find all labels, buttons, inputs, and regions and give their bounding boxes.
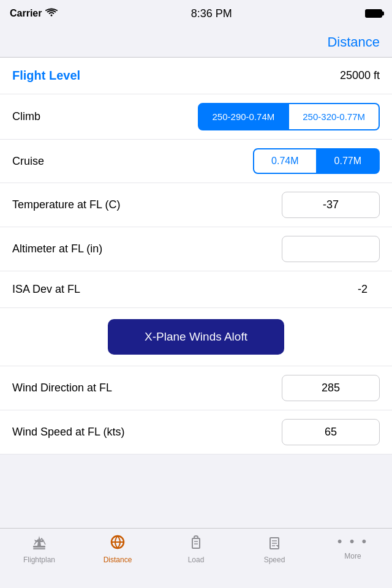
tab-distance-label: Distance	[104, 556, 132, 564]
climb-option-0[interactable]: 250-290-0.74M	[198, 103, 290, 130]
temperature-label: Temperature at FL (C)	[12, 198, 282, 211]
tab-flightplan[interactable]: Flightplan	[0, 533, 78, 564]
battery-icon	[365, 9, 382, 18]
tab-more[interactable]: • • • More	[314, 533, 392, 560]
wind-direction-label: Wind Direction at FL	[12, 382, 282, 394]
isa-dev-row: ISA Dev at FL -2	[0, 271, 392, 308]
wind-direction-input[interactable]	[282, 375, 380, 401]
distance-icon	[108, 533, 127, 553]
cruise-option-1[interactable]: 0.77M	[317, 148, 380, 174]
altimeter-label: Altimeter at FL (in)	[12, 243, 282, 255]
tab-speed-label: Speed	[264, 556, 285, 564]
isa-dev-value: -2	[358, 283, 380, 296]
wifi-icon	[45, 8, 58, 19]
cruise-row: Cruise 0.74M 0.77M	[0, 140, 392, 183]
main-content: Flight Level 25000 ft Climb 250-290-0.74…	[0, 58, 392, 454]
more-dots-icon: • • •	[337, 533, 368, 549]
nav-header: Distance	[0, 27, 392, 58]
tab-load-label: Load	[188, 556, 205, 564]
climb-label: Climb	[12, 110, 198, 123]
tab-speed[interactable]: Speed	[235, 533, 314, 564]
cruise-segmented: 0.74M 0.77M	[253, 148, 380, 174]
nav-title: Distance	[327, 34, 380, 50]
wind-speed-label: Wind Speed at FL (kts)	[12, 426, 282, 439]
wind-speed-input[interactable]	[282, 419, 380, 445]
status-bar: Carrier 8:36 PM	[0, 0, 392, 27]
altimeter-input[interactable]	[282, 236, 380, 262]
tab-bar: Flightplan Distance Load Speed	[0, 528, 392, 588]
svg-rect-1	[33, 546, 45, 548]
flight-level-row: Flight Level 25000 ft	[0, 58, 392, 94]
wind-direction-row: Wind Direction at FL	[0, 366, 392, 410]
tab-distance[interactable]: Distance	[78, 533, 157, 564]
flight-level-label[interactable]: Flight Level	[12, 69, 340, 83]
climb-row: Climb 250-290-0.74M 250-320-0.77M	[0, 94, 392, 140]
tab-load[interactable]: Load	[157, 533, 235, 564]
climb-option-1[interactable]: 250-320-0.77M	[289, 103, 380, 130]
flight-level-value: 25000 ft	[340, 69, 380, 82]
temperature-row: Temperature at FL (C)	[0, 183, 392, 227]
xplane-button[interactable]: X-Plane Winds Aloft	[108, 319, 284, 355]
climb-segmented: 250-290-0.74M 250-320-0.77M	[198, 103, 380, 130]
carrier-text: Carrier	[10, 8, 42, 19]
cruise-option-0[interactable]: 0.74M	[253, 148, 317, 174]
tab-flightplan-label: Flightplan	[23, 556, 55, 564]
svg-point-0	[51, 15, 53, 17]
altimeter-row: Altimeter at FL (in)	[0, 227, 392, 271]
speed-icon	[265, 533, 284, 553]
svg-rect-2	[33, 548, 45, 549]
temperature-input[interactable]	[282, 192, 380, 218]
svg-rect-5	[192, 538, 200, 548]
cruise-label: Cruise	[12, 155, 253, 168]
tab-more-label: More	[344, 552, 361, 560]
time-text: 8:36 PM	[191, 7, 232, 20]
xplane-row: X-Plane Winds Aloft	[0, 308, 392, 366]
wind-speed-row: Wind Speed at FL (kts)	[0, 410, 392, 454]
flightplan-icon	[29, 533, 49, 553]
load-icon	[186, 533, 206, 553]
isa-dev-label: ISA Dev at FL	[12, 283, 358, 296]
